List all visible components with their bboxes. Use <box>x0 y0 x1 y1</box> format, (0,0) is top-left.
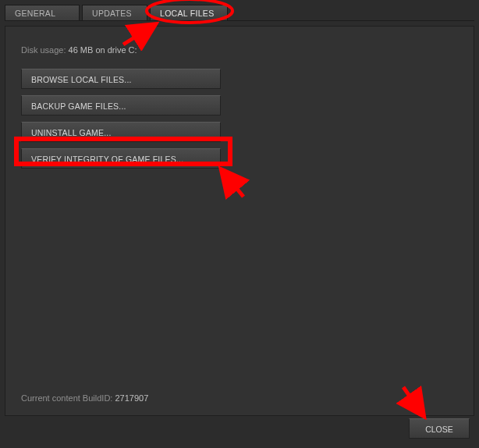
build-id-label: Current content BuildID: <box>21 393 112 403</box>
local-files-panel: Disk usage: 46 MB on drive C: BROWSE LOC… <box>5 26 474 416</box>
browse-local-files-button[interactable]: BROWSE LOCAL FILES... <box>21 69 221 89</box>
build-id: Current content BuildID: 2717907 <box>21 393 148 403</box>
tab-local-files[interactable]: LOCAL FILES <box>150 5 228 20</box>
divider <box>5 20 474 21</box>
disk-usage-value: 46 MB on drive C: <box>69 45 137 55</box>
properties-window: GENERAL UPDATES LOCAL FILES Disk usage: … <box>0 0 479 448</box>
verify-integrity-button[interactable]: VERIFY INTEGRITY OF GAME FILES... <box>21 148 221 169</box>
tab-updates[interactable]: UPDATES <box>82 5 147 20</box>
backup-game-files-button[interactable]: BACKUP GAME FILES... <box>21 95 221 116</box>
disk-usage-label: Disk usage: 46 MB on drive C: <box>21 45 458 55</box>
uninstall-game-button[interactable]: UNINSTALL GAME... <box>21 122 221 142</box>
close-button[interactable]: CLOSE <box>409 418 470 439</box>
build-id-value: 2717907 <box>115 393 148 403</box>
tab-general[interactable]: GENERAL <box>5 5 80 20</box>
tab-bar: GENERAL UPDATES LOCAL FILES <box>0 0 479 20</box>
disk-usage-text: Disk usage: <box>21 45 66 55</box>
